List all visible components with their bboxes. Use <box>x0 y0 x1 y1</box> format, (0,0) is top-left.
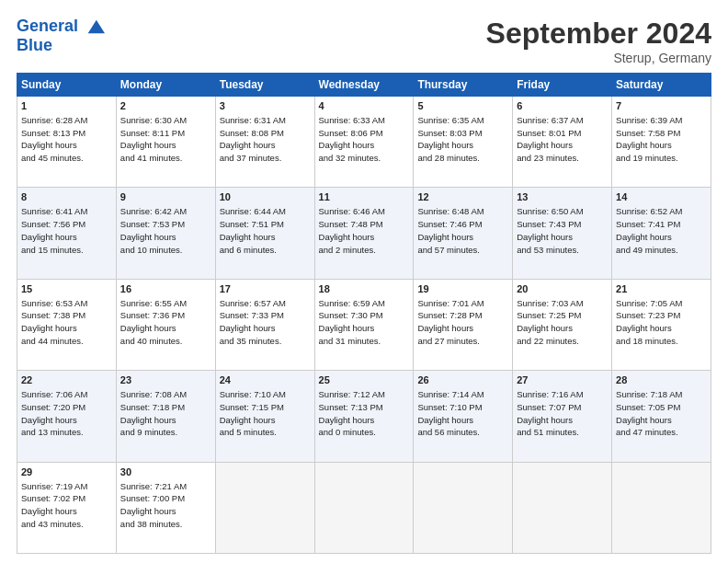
table-cell: 12Sunrise: 6:48 AMSunset: 7:46 PMDayligh… <box>414 188 513 279</box>
table-cell: 25Sunrise: 7:12 AMSunset: 7:13 PMDayligh… <box>314 371 414 462</box>
col-saturday: Saturday <box>612 74 711 97</box>
table-cell: 17Sunrise: 6:57 AMSunset: 7:33 PMDayligh… <box>215 279 314 370</box>
table-cell: 28Sunrise: 7:18 AMSunset: 7:05 PMDayligh… <box>612 371 711 462</box>
svg-marker-0 <box>88 20 105 34</box>
col-tuesday: Tuesday <box>215 74 314 97</box>
page: General Blue September 2024 Sterup, Germ… <box>0 0 728 563</box>
calendar-row: 1Sunrise: 6:28 AMSunset: 8:13 PMDaylight… <box>17 97 711 188</box>
col-monday: Monday <box>116 74 215 97</box>
table-cell: 27Sunrise: 7:16 AMSunset: 7:07 PMDayligh… <box>513 371 612 462</box>
table-cell: 1Sunrise: 6:28 AMSunset: 8:13 PMDaylight… <box>17 97 117 188</box>
table-cell: 24Sunrise: 7:10 AMSunset: 7:15 PMDayligh… <box>215 371 314 462</box>
table-cell: 11Sunrise: 6:46 AMSunset: 7:48 PMDayligh… <box>314 188 414 279</box>
calendar-row: 8Sunrise: 6:41 AMSunset: 7:56 PMDaylight… <box>17 188 711 279</box>
table-cell: 23Sunrise: 7:08 AMSunset: 7:18 PMDayligh… <box>116 371 215 462</box>
header: General Blue September 2024 Sterup, Germ… <box>17 17 711 65</box>
location: Sterup, Germany <box>486 51 711 65</box>
table-cell <box>215 462 314 553</box>
logo: General Blue <box>17 17 105 55</box>
table-cell: 8Sunrise: 6:41 AMSunset: 7:56 PMDaylight… <box>17 188 117 279</box>
header-row: Sunday Monday Tuesday Wednesday Thursday… <box>17 74 711 97</box>
month-title: September 2024 <box>486 17 711 51</box>
calendar-table: Sunday Monday Tuesday Wednesday Thursday… <box>17 73 711 554</box>
table-cell: 5Sunrise: 6:35 AMSunset: 8:03 PMDaylight… <box>414 97 513 188</box>
col-wednesday: Wednesday <box>314 74 414 97</box>
table-cell: 4Sunrise: 6:33 AMSunset: 8:06 PMDaylight… <box>314 97 414 188</box>
table-cell: 15Sunrise: 6:53 AMSunset: 7:38 PMDayligh… <box>17 279 117 370</box>
table-cell: 26Sunrise: 7:14 AMSunset: 7:10 PMDayligh… <box>414 371 513 462</box>
col-friday: Friday <box>513 74 612 97</box>
table-cell: 19Sunrise: 7:01 AMSunset: 7:28 PMDayligh… <box>414 279 513 370</box>
table-cell: 10Sunrise: 6:44 AMSunset: 7:51 PMDayligh… <box>215 188 314 279</box>
table-cell: 30Sunrise: 7:21 AMSunset: 7:00 PMDayligh… <box>116 462 215 553</box>
table-cell: 7Sunrise: 6:39 AMSunset: 7:58 PMDaylight… <box>612 97 711 188</box>
table-cell: 3Sunrise: 6:31 AMSunset: 8:08 PMDaylight… <box>215 97 314 188</box>
table-cell: 13Sunrise: 6:50 AMSunset: 7:43 PMDayligh… <box>513 188 612 279</box>
table-cell: 20Sunrise: 7:03 AMSunset: 7:25 PMDayligh… <box>513 279 612 370</box>
table-cell <box>414 462 513 553</box>
table-cell <box>513 462 612 553</box>
table-cell: 2Sunrise: 6:30 AMSunset: 8:11 PMDaylight… <box>116 97 215 188</box>
table-cell: 18Sunrise: 6:59 AMSunset: 7:30 PMDayligh… <box>314 279 414 370</box>
table-cell <box>314 462 414 553</box>
logo-text: General Blue <box>17 17 105 55</box>
calendar-row: 22Sunrise: 7:06 AMSunset: 7:20 PMDayligh… <box>17 371 711 462</box>
table-cell: 6Sunrise: 6:37 AMSunset: 8:01 PMDaylight… <box>513 97 612 188</box>
calendar-row: 29Sunrise: 7:19 AMSunset: 7:02 PMDayligh… <box>17 462 711 553</box>
col-sunday: Sunday <box>17 74 117 97</box>
table-cell: 22Sunrise: 7:06 AMSunset: 7:20 PMDayligh… <box>17 371 117 462</box>
table-cell: 9Sunrise: 6:42 AMSunset: 7:53 PMDaylight… <box>116 188 215 279</box>
calendar-row: 15Sunrise: 6:53 AMSunset: 7:38 PMDayligh… <box>17 279 711 370</box>
col-thursday: Thursday <box>414 74 513 97</box>
table-cell: 21Sunrise: 7:05 AMSunset: 7:23 PMDayligh… <box>612 279 711 370</box>
table-cell <box>612 462 711 553</box>
title-block: September 2024 Sterup, Germany <box>486 17 711 65</box>
table-cell: 14Sunrise: 6:52 AMSunset: 7:41 PMDayligh… <box>612 188 711 279</box>
table-cell: 29Sunrise: 7:19 AMSunset: 7:02 PMDayligh… <box>17 462 117 553</box>
table-cell: 16Sunrise: 6:55 AMSunset: 7:36 PMDayligh… <box>116 279 215 370</box>
